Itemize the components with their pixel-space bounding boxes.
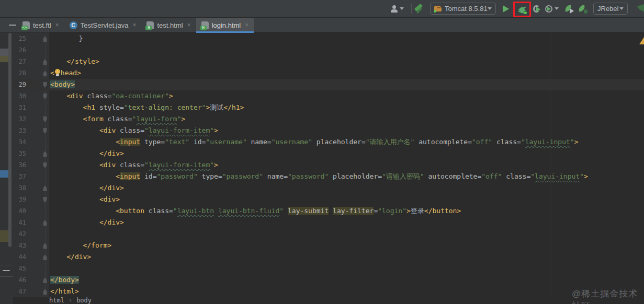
code-row-41[interactable]: 41</div>: [0, 217, 644, 228]
tomcat-icon: [434, 6, 442, 11]
debug-highlight-annotation: [513, 2, 531, 17]
code-row-35[interactable]: 35</div>: [0, 148, 644, 159]
line-number: 34: [15, 136, 26, 148]
code-text: <div class="layui-form-item">: [50, 125, 218, 136]
jrebel-run-button[interactable]: [565, 0, 573, 17]
jrebel-select[interactable]: JRebel: [593, 0, 628, 17]
fold-marker-icon[interactable]: [42, 59, 48, 65]
code-text: <div>: [50, 194, 120, 205]
code-text: <form class="layui-form">: [50, 113, 185, 125]
fold-marker-icon[interactable]: [42, 254, 48, 260]
fold-marker-icon[interactable]: [42, 185, 48, 191]
breadcrumb-separator: ›: [69, 297, 72, 304]
profiler-icon: [545, 5, 552, 13]
code-text: </style>: [50, 56, 99, 67]
close-icon[interactable]: ×: [132, 21, 136, 29]
code-editor[interactable]: 25}2627</style>28<head>29<body>30<div cl…: [0, 32, 644, 297]
code-row-47[interactable]: 47</html>: [0, 286, 644, 297]
code-row-46[interactable]: 46</body>: [0, 274, 644, 286]
code-row-27[interactable]: 27</style>: [0, 56, 644, 67]
fold-marker-icon[interactable]: [42, 162, 48, 168]
line-number: 47: [15, 286, 26, 297]
fold-marker-icon[interactable]: [42, 289, 48, 295]
code-text: </html>: [50, 286, 79, 297]
code-row-43[interactable]: 43</form>: [0, 240, 644, 251]
line-number: 31: [15, 102, 26, 113]
code-row-33[interactable]: 33<div class="layui-form-item">: [0, 125, 644, 136]
user-account-button[interactable]: [391, 0, 404, 17]
code-row-37[interactable]: 37<input id="password" type="password" n…: [0, 171, 644, 182]
code-text: <input id="password" type="password" nam…: [50, 171, 588, 182]
run-configuration-select[interactable]: Tomcat 8.5.81: [430, 0, 496, 17]
close-icon[interactable]: ×: [55, 21, 59, 29]
close-icon[interactable]: ×: [187, 21, 191, 29]
code-row-44[interactable]: 44</div>: [0, 251, 644, 263]
run-with-coverage-button[interactable]: [533, 0, 540, 17]
fold-marker-icon[interactable]: [42, 151, 48, 157]
build-button[interactable]: [414, 0, 426, 17]
breadcrumb-item-html[interactable]: html: [49, 297, 64, 304]
line-number: 30: [15, 90, 26, 102]
debug-button[interactable]: [518, 6, 526, 14]
line-number: 46: [15, 274, 26, 286]
fold-marker-icon[interactable]: [42, 93, 48, 99]
fold-marker-icon[interactable]: [42, 277, 48, 283]
fold-marker-icon[interactable]: [42, 36, 48, 42]
code-row-45[interactable]: 45: [0, 263, 644, 274]
code-text: <h1 style="text-align: center">测试</h1>: [50, 102, 244, 113]
code-text: </div>: [50, 217, 124, 228]
tab-login.html[interactable]: Hlogin.html×: [196, 18, 254, 32]
code-row-34[interactable]: 34<input type="text" id="username" name=…: [0, 136, 644, 148]
editor-tabs: <>test.ftl×CTestServlet.java×Htest.html×…: [17, 18, 254, 32]
line-number: 45: [15, 263, 26, 274]
code-row-29[interactable]: 29<body>: [0, 79, 644, 90]
close-icon[interactable]: ×: [245, 21, 248, 29]
code-row-28[interactable]: 28<head>: [0, 67, 644, 79]
fold-marker-icon[interactable]: [42, 116, 48, 122]
chevron-down-icon: [619, 7, 624, 10]
code-row-39[interactable]: 39<div>: [0, 194, 644, 205]
fold-marker-icon[interactable]: [42, 220, 48, 226]
line-number: 37: [15, 171, 26, 182]
fold-marker-icon[interactable]: [42, 243, 48, 249]
tab-test.html[interactable]: Htest.html×: [141, 18, 196, 32]
code-row-38[interactable]: 38</div>: [0, 182, 644, 194]
code-row-30[interactable]: 30<div class="oa-container">: [0, 90, 644, 102]
code-text: <div class="layui-form-item">: [50, 159, 218, 171]
line-number: 33: [15, 125, 26, 136]
tab-label: login.html: [212, 21, 241, 29]
code-row-42[interactable]: 42: [0, 228, 644, 240]
code-row-31[interactable]: 31<h1 style="text-align: center">测试</h1>: [0, 102, 644, 113]
line-number: 36: [15, 159, 26, 171]
line-number: 32: [15, 113, 26, 125]
editor-tab-bar: <>test.ftl×CTestServlet.java×Htest.html×…: [0, 18, 644, 32]
collapse-icon[interactable]: [9, 25, 16, 26]
html-file-icon: H: [146, 21, 154, 29]
tab-test.ftl[interactable]: <>test.ftl×: [17, 18, 64, 32]
line-number: 25: [15, 33, 26, 44]
code-row-36[interactable]: 36<div class="layui-form-item">: [0, 159, 644, 171]
fold-marker-icon[interactable]: [42, 71, 48, 76]
code-text: }: [50, 33, 83, 44]
html-file-icon: H: [201, 21, 209, 29]
code-text: <button class="layui-btn layui-btn-fluid…: [50, 205, 461, 217]
tab-TestServlet.java[interactable]: CTestServlet.java×: [64, 18, 142, 32]
code-row-40[interactable]: 40<button class="layui-btn layui-btn-flu…: [0, 205, 644, 217]
fold-marker-icon[interactable]: [42, 197, 48, 203]
breadcrumb-item-body[interactable]: body: [76, 297, 92, 304]
fold-marker-icon[interactable]: [42, 82, 48, 88]
code-text: <input type="text" id="username" name="u…: [50, 136, 578, 148]
code-row-26[interactable]: 26: [0, 44, 644, 56]
profiler-button[interactable]: [545, 0, 559, 17]
jrebel-debug-icon: [579, 5, 587, 13]
intention-bulb-icon[interactable]: [54, 69, 61, 76]
fold-marker-icon[interactable]: [42, 128, 48, 134]
code-text: <div class="oa-container">: [50, 90, 173, 102]
code-text: </div>: [50, 148, 124, 159]
run-button[interactable]: [503, 0, 509, 17]
code-row-25[interactable]: 25}: [0, 33, 644, 44]
line-number: 27: [15, 56, 26, 67]
ide-window: Tomcat 8.5.81: [0, 0, 644, 304]
jrebel-debug-button[interactable]: [579, 0, 587, 17]
code-row-32[interactable]: 32<form class="layui-form">: [0, 113, 644, 125]
